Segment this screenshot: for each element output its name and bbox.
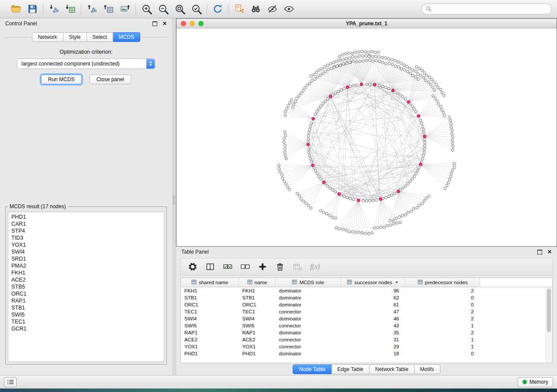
float-panel-icon[interactable] — [152, 21, 157, 26]
cell-shared-name[interactable]: FKH1 — [181, 287, 239, 295]
save-session-button[interactable] — [26, 3, 39, 16]
cell-predecessor-nodes[interactable]: 2 — [405, 315, 480, 322]
panel-divider[interactable] — [172, 18, 176, 375]
cell-mcds-role[interactable]: dominator — [276, 294, 341, 301]
cell-successor-nodes[interactable]: 61 — [341, 301, 405, 308]
cell-predecessor-nodes[interactable]: 2 — [405, 308, 480, 315]
divider-grip[interactable] — [173, 195, 175, 205]
mcds-result-node[interactable]: PMA2 — [11, 262, 161, 269]
minimize-window-button[interactable] — [190, 21, 195, 26]
table-scrollbar-thumb[interactable] — [547, 289, 551, 332]
mcds-result-node[interactable]: FKH1 — [11, 269, 161, 276]
table-row[interactable]: STB1STB1dominator620 — [181, 294, 552, 301]
zoom-in-button[interactable] — [140, 3, 153, 16]
table-row[interactable]: FKH1FKH1dominator962 — [181, 287, 552, 295]
mcds-result-node[interactable]: CAR1 — [11, 220, 161, 227]
export-table-button[interactable] — [102, 3, 115, 16]
close-mcds-panel-button[interactable]: Close panel — [90, 75, 131, 84]
cell-successor-nodes[interactable]: 29 — [341, 343, 405, 350]
cell-name[interactable]: ACE2 — [239, 336, 276, 343]
cell-shared-name[interactable]: SWI5 — [181, 322, 239, 329]
cell-shared-name[interactable]: RAP1 — [181, 329, 239, 336]
mcds-result-node[interactable]: TEC1 — [11, 318, 161, 325]
cell-shared-name[interactable]: STB1 — [181, 294, 239, 301]
clone-network-button[interactable] — [232, 3, 246, 16]
search-input[interactable] — [434, 6, 547, 13]
cell-name[interactable]: ORC1 — [239, 301, 276, 308]
cell-predecessor-nodes[interactable]: 2 — [405, 287, 480, 295]
tab-network-table[interactable]: Network Table — [370, 364, 415, 374]
mcds-result-node[interactable]: ORC1 — [11, 290, 161, 297]
cell-successor-nodes[interactable]: 35 — [341, 329, 405, 336]
table-row[interactable]: TEC1TEC1connector472 — [181, 308, 552, 315]
zoom-fit-button[interactable] — [173, 3, 186, 16]
float-table-panel-icon[interactable] — [537, 250, 542, 254]
select-all-checkboxes-button[interactable] — [221, 260, 234, 273]
export-image-button[interactable] — [118, 3, 131, 16]
open-file-button[interactable] — [9, 3, 22, 16]
table-row[interactable]: ACE2ACE2connector311 — [181, 336, 552, 343]
network-window-titlebar[interactable]: YPA_prune.txt_1 — [176, 19, 557, 28]
table-row[interactable]: YOX1YOX1connector291 — [181, 343, 552, 350]
cell-predecessor-nodes[interactable]: 0 — [405, 350, 480, 357]
cell-shared-name[interactable]: PHD1 — [181, 350, 239, 357]
mcds-result-node[interactable]: PHD1 — [11, 213, 161, 220]
close-panel-icon[interactable]: ✕ — [163, 21, 167, 26]
mcds-result-node[interactable]: STB1 — [11, 304, 161, 311]
cell-shared-name[interactable]: YOX1 — [181, 343, 239, 350]
cell-successor-nodes[interactable]: 31 — [341, 336, 405, 343]
mcds-result-node[interactable]: TID3 — [11, 234, 161, 241]
cell-predecessor-nodes[interactable]: 0 — [405, 301, 480, 308]
cell-mcds-role[interactable]: dominator — [276, 287, 341, 295]
cell-shared-name[interactable]: SWI4 — [181, 315, 239, 322]
tab-select[interactable]: Select — [87, 32, 113, 42]
cell-mcds-role[interactable]: dominator — [276, 315, 341, 322]
table-settings-gear-button[interactable] — [186, 260, 199, 273]
close-table-panel-icon[interactable]: ✕ — [547, 249, 552, 254]
tab-mcds[interactable]: MCDS — [113, 32, 140, 42]
mcds-result-node[interactable]: GCR1 — [11, 325, 161, 332]
table-scrollbar[interactable] — [546, 287, 552, 363]
mcds-result-list[interactable]: PHD1CAR1STP4TID3YOX1SWI4SRD1PMA2FKH1ACE2… — [8, 212, 164, 362]
cell-name[interactable]: SWI4 — [239, 315, 276, 322]
cell-name[interactable]: PHD1 — [239, 350, 276, 357]
tab-network[interactable]: Network — [32, 32, 63, 42]
cell-predecessor-nodes[interactable]: 2 — [405, 329, 480, 336]
table-row[interactable]: PHD1PHD1dominator180 — [181, 350, 552, 357]
cell-mcds-role[interactable]: connector — [276, 308, 341, 315]
zoom-out-button[interactable] — [156, 3, 170, 16]
network-canvas[interactable] — [176, 28, 557, 246]
table-row[interactable]: SWI4SWI4dominator462 — [181, 315, 552, 322]
cell-predecessor-nodes[interactable]: 1 — [405, 322, 480, 329]
cell-predecessor-nodes[interactable]: 0 — [405, 294, 480, 301]
table-row[interactable]: SWI5SWI5connector431 — [181, 322, 552, 329]
mcds-result-node[interactable]: SWI5 — [11, 311, 161, 318]
mcds-result-node[interactable]: RAP1 — [11, 297, 161, 304]
cell-name[interactable]: SWI5 — [239, 322, 276, 329]
close-window-button[interactable] — [181, 21, 186, 26]
clear-selection-checkboxes-button[interactable] — [239, 260, 252, 273]
toggle-columns-button[interactable] — [204, 260, 217, 273]
cell-successor-nodes[interactable]: 46 — [341, 315, 405, 322]
delete-row-trash-button[interactable] — [273, 260, 287, 273]
cell-mcds-role[interactable]: dominator — [276, 301, 341, 308]
zoom-window-button[interactable] — [198, 21, 204, 26]
column-header-mcds-role[interactable]: MCDS role — [276, 278, 341, 287]
hide-visual-button[interactable] — [266, 3, 279, 16]
tab-style[interactable]: Style — [63, 32, 87, 42]
cell-predecessor-nodes[interactable]: 1 — [405, 343, 480, 350]
cell-mcds-role[interactable]: connector — [276, 336, 341, 343]
column-header-shared-name[interactable]: shared name — [181, 278, 239, 287]
column-header-predecessor-nodes[interactable]: predecessor nodes — [405, 278, 480, 287]
find-binoculars-button[interactable] — [249, 3, 262, 16]
tab-node-table[interactable]: Node Table — [293, 364, 332, 374]
table-row[interactable]: RAP1RAP1dominator352 — [181, 329, 552, 336]
mcds-result-node[interactable]: STP4 — [11, 227, 161, 234]
show-eye-button[interactable] — [282, 3, 295, 16]
cell-name[interactable]: TEC1 — [239, 308, 276, 315]
column-header-successor-nodes[interactable]: successor nodes — [341, 278, 405, 287]
cell-successor-nodes[interactable]: 18 — [341, 350, 405, 357]
zoom-selected-button[interactable] — [190, 3, 203, 16]
cell-successor-nodes[interactable]: 96 — [341, 287, 405, 295]
export-network-button[interactable] — [85, 3, 98, 16]
